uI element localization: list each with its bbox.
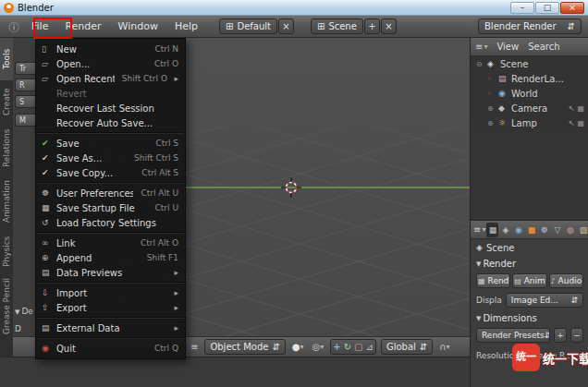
help-menu-button[interactable]: Help	[166, 16, 206, 37]
scene-browse-icon[interactable]	[317, 21, 325, 31]
tool-button-rotate[interactable]: R	[15, 79, 35, 91]
scene-name[interactable]: Scene	[328, 21, 357, 31]
layout-browse-icon[interactable]	[226, 21, 233, 31]
menu-item-data-previews[interactable]: Data Previews	[36, 265, 185, 280]
orientation-value[interactable]: Global	[386, 342, 416, 352]
scale-manipulator-icon[interactable]	[354, 342, 362, 352]
scene-unlink-button[interactable]	[381, 18, 397, 34]
tab-texture-icon[interactable]	[577, 223, 588, 237]
tab-material-icon[interactable]	[564, 223, 576, 237]
menu-item-recover-last-session[interactable]: Recover Last Session	[36, 101, 185, 115]
menu-item-open[interactable]: Open...Ctrl O	[36, 56, 185, 71]
tab-modifiers-icon[interactable]	[538, 223, 550, 237]
scene-selector[interactable]: Scene	[311, 18, 363, 34]
selectable-toggle-icon[interactable]	[569, 119, 575, 127]
menu-item-link[interactable]: LinkCtrl Alt O	[36, 236, 185, 250]
tool-button-scale[interactable]: S	[15, 95, 35, 108]
tab-physics[interactable]: Physics	[0, 230, 13, 272]
tab-render-icon[interactable]	[486, 223, 498, 237]
menu-item-quit[interactable]: QuitCtrl Q	[36, 341, 185, 356]
breadcrumb-label[interactable]: Scene	[486, 243, 515, 253]
audio-button[interactable]: Audio	[549, 273, 583, 288]
tool-button-translate[interactable]: Tr	[15, 62, 35, 75]
tab-world-icon[interactable]	[512, 223, 524, 237]
tab-grease-pencil[interactable]: Grease Pencil	[0, 274, 13, 339]
preset-remove-button[interactable]: −	[570, 328, 583, 343]
tree-label[interactable]: Scene	[500, 59, 529, 69]
dimensions-section-header[interactable]: Dimensions	[471, 310, 588, 326]
screen-layout-selector[interactable]: Default	[219, 18, 277, 34]
render-presets-dropdown[interactable]: Render Presets	[476, 328, 550, 343]
tree-row-renderlayers[interactable]: RenderLa...	[471, 71, 588, 86]
expand-icon[interactable]	[487, 119, 496, 127]
renderable-toggle-icon[interactable]	[577, 119, 584, 127]
engine-name[interactable]: Blender Render	[484, 21, 557, 31]
snap-selector[interactable]	[437, 340, 451, 355]
tree-row-lamp[interactable]: Lamp	[471, 115, 588, 130]
render-section-header[interactable]: Render	[471, 256, 588, 272]
tab-create[interactable]: Create	[0, 82, 13, 121]
viewport-editor-type-icon[interactable]	[189, 340, 200, 355]
viewport-shading-selector[interactable]	[290, 340, 306, 355]
tree-row-scene[interactable]: Scene	[471, 56, 588, 71]
minimize-button[interactable]	[510, 2, 534, 14]
layout-unlink-button[interactable]	[278, 18, 294, 34]
layout-name[interactable]: Default	[237, 21, 271, 31]
renderable-toggle-icon[interactable]	[577, 104, 584, 113]
operator-panel-header[interactable]: De	[15, 307, 35, 316]
tree-label[interactable]: Camera	[511, 103, 547, 114]
menu-item-append[interactable]: AppendShift F1	[36, 250, 185, 265]
maximize-button[interactable]	[535, 2, 559, 14]
selectable-toggle-icon[interactable]	[569, 104, 575, 113]
menu-item-open-recent[interactable]: Open Recent...Shift Ctrl O	[36, 71, 185, 86]
mode-selector[interactable]: Object Mode	[204, 339, 285, 355]
display-mode-dropdown[interactable]: Image Ed...	[506, 293, 583, 308]
pivot-point-selector[interactable]	[311, 340, 326, 355]
menu-item-new[interactable]: NewCtrl N	[36, 42, 185, 56]
menu-item-user-preferences[interactable]: User Preferences...Ctrl Alt U	[36, 186, 185, 200]
editor-type-info-icon[interactable]	[5, 19, 23, 34]
tab-animation[interactable]: Animation	[0, 175, 13, 228]
window-titlebar[interactable]: Blender	[0, 0, 588, 16]
menu-item-save[interactable]: SaveCtrl S	[36, 136, 185, 151]
outliner-view-menu[interactable]: View	[496, 42, 519, 52]
window-menu-button[interactable]: Window	[110, 16, 166, 37]
render-button[interactable]: Rend	[476, 273, 510, 288]
render-engine-selector[interactable]: Blender Render	[478, 18, 582, 34]
menu-item-save-copy[interactable]: Save Copy...Ctrl Alt S	[36, 165, 185, 180]
tab-object-icon[interactable]	[525, 223, 537, 237]
preset-add-button[interactable]: +	[554, 328, 567, 343]
tab-object-data-icon[interactable]	[551, 223, 563, 237]
tab-scene-icon[interactable]	[499, 223, 511, 237]
menu-item-save-as[interactable]: Save As...Shift Ctrl S	[36, 151, 185, 165]
manipulator-axis-icon[interactable]	[366, 342, 374, 352]
tab-tools[interactable]: Tools	[0, 38, 13, 80]
outliner-search-menu[interactable]: Search	[528, 42, 559, 52]
tree-label[interactable]: Lamp	[511, 118, 537, 128]
translate-manipulator-icon[interactable]	[333, 342, 340, 352]
tree-label[interactable]: RenderLa...	[511, 74, 564, 84]
close-button[interactable]	[560, 2, 584, 14]
tree-label[interactable]: World	[511, 89, 538, 99]
menu-item-external-data[interactable]: External Data	[36, 320, 185, 335]
menu-item-save-startup-file[interactable]: Save Startup FileCtrl U	[36, 200, 185, 215]
rotate-manipulator-icon[interactable]	[344, 342, 351, 352]
tool-button-m[interactable]: M	[15, 114, 35, 127]
properties-editor-type-icon[interactable]	[473, 224, 485, 235]
menu-item-load-factory-settings[interactable]: Load Factory Settings	[36, 215, 185, 230]
tab-relations[interactable]: Relations	[0, 123, 13, 173]
orientation-selector[interactable]: Global	[381, 339, 433, 355]
menu-item-import[interactable]: Import	[36, 285, 185, 300]
tree-row-world[interactable]: World	[471, 86, 588, 101]
mode-value[interactable]: Object Mode	[210, 342, 268, 352]
menu-item-export[interactable]: Export	[36, 300, 185, 315]
scene-add-button[interactable]	[364, 18, 380, 34]
expand-icon[interactable]	[487, 104, 496, 113]
menu-item-recover-auto-save[interactable]: Recover Auto Save...	[36, 115, 185, 130]
outliner-editor-type-icon[interactable]	[475, 42, 487, 52]
tree-row-camera[interactable]: Camera	[471, 101, 588, 115]
collapse-icon[interactable]	[476, 60, 484, 68]
info-header: File Render Window Help Default Scene Bl…	[0, 16, 588, 38]
watermark-badge: 统一	[512, 344, 540, 371]
animation-button[interactable]: Anim	[512, 273, 546, 288]
